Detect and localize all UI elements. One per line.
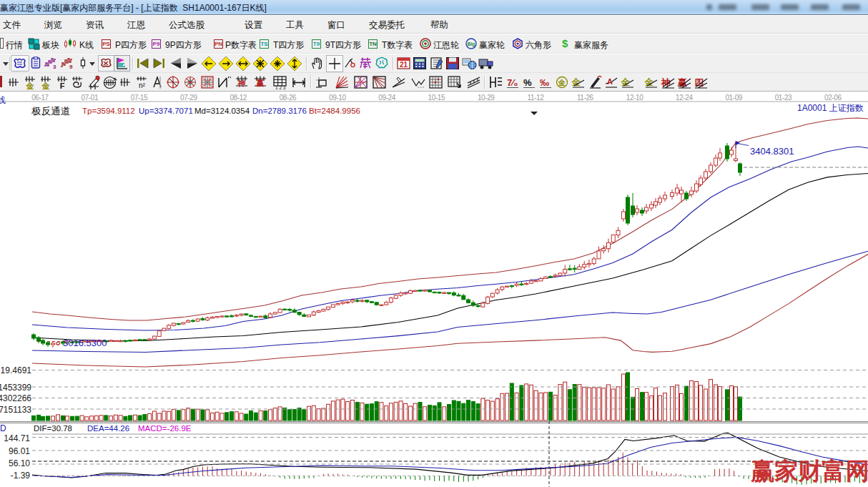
svg-text:金: 金 bbox=[26, 82, 35, 90]
svg-text:10-15: 10-15 bbox=[428, 94, 445, 102]
svg-text:08-26: 08-26 bbox=[280, 94, 297, 102]
svg-text:07-01: 07-01 bbox=[82, 94, 99, 102]
svg-text:10-29: 10-29 bbox=[478, 94, 495, 102]
svg-text:D: D bbox=[0, 423, 6, 433]
svg-text:11-12: 11-12 bbox=[528, 94, 545, 102]
svg-text:06-17: 06-17 bbox=[31, 94, 49, 102]
svg-text:金: 金 bbox=[644, 77, 654, 87]
svg-text:09-10: 09-10 bbox=[329, 94, 346, 102]
svg-text:1453399: 1453399 bbox=[0, 383, 31, 393]
svg-text:01-09: 01-09 bbox=[725, 94, 742, 102]
svg-text:DEA=44.26: DEA=44.26 bbox=[87, 424, 129, 433]
svg-text:Tp=3594.9112: Tp=3594.9112 bbox=[82, 107, 135, 115]
svg-text:7151133: 7151133 bbox=[0, 405, 31, 415]
svg-text:02-06: 02-06 bbox=[824, 94, 842, 102]
svg-text:赢家财富网: 赢家财富网 bbox=[750, 458, 868, 484]
svg-text:07-15: 07-15 bbox=[131, 94, 148, 102]
svg-text:%: % bbox=[523, 77, 532, 88]
svg-text:9: 9 bbox=[69, 64, 73, 69]
svg-text:08-12: 08-12 bbox=[230, 94, 247, 102]
svg-text:12-24: 12-24 bbox=[676, 94, 693, 102]
svg-text:1 2 3: 1 2 3 bbox=[275, 85, 286, 89]
svg-text:赢: 赢 bbox=[256, 79, 265, 87]
svg-text:144.71: 144.71 bbox=[4, 433, 30, 443]
svg-text:金: 金 bbox=[621, 77, 630, 87]
svg-text:96.01: 96.01 bbox=[9, 446, 30, 456]
svg-text:01-23: 01-23 bbox=[775, 94, 792, 102]
svg-text:56.10: 56.10 bbox=[9, 458, 30, 468]
svg-text:12-10: 12-10 bbox=[626, 94, 643, 102]
svg-text:1A0001 上证指数: 1A0001 上证指数 bbox=[797, 103, 864, 113]
svg-text:3: 3 bbox=[53, 64, 56, 69]
svg-text:Bt=2484.9956: Bt=2484.9956 bbox=[309, 107, 360, 115]
svg-text:神: 神 bbox=[237, 79, 246, 87]
svg-text:F: F bbox=[60, 82, 65, 90]
svg-text:A: A bbox=[607, 77, 613, 86]
svg-text:-1.39: -1.39 bbox=[11, 471, 31, 481]
svg-text:09-24: 09-24 bbox=[378, 94, 395, 102]
svg-text:4302266: 4302266 bbox=[0, 393, 31, 403]
svg-text:金: 金 bbox=[41, 82, 51, 90]
svg-text:3016.5300: 3016.5300 bbox=[63, 338, 107, 348]
svg-text:19.4691: 19.4691 bbox=[1, 365, 32, 375]
svg-text:Dn=2789.3176: Dn=2789.3176 bbox=[252, 107, 307, 115]
svg-text:金: 金 bbox=[571, 77, 581, 87]
svg-text:DIF=30.78: DIF=30.78 bbox=[34, 424, 72, 433]
svg-text:‰: ‰ bbox=[540, 77, 549, 88]
svg-text:Big: Big bbox=[468, 41, 475, 47]
svg-text:线: 线 bbox=[0, 95, 6, 105]
svg-text:11-26: 11-26 bbox=[577, 94, 594, 102]
svg-text:极反通道: 极反通道 bbox=[31, 106, 70, 117]
svg-text:3404.8301: 3404.8301 bbox=[750, 146, 794, 157]
svg-text:金: 金 bbox=[558, 79, 566, 87]
svg-text:Md=3124.0354: Md=3124.0354 bbox=[194, 107, 250, 115]
svg-text:07-29: 07-29 bbox=[180, 94, 197, 102]
svg-text:MACD=-26.9E: MACD=-26.9E bbox=[138, 424, 192, 433]
svg-text:21: 21 bbox=[400, 61, 408, 69]
svg-text:Up=3374.7071: Up=3374.7071 bbox=[139, 107, 193, 115]
svg-text:n²: n² bbox=[139, 82, 146, 89]
svg-text:7⁄₀: 7⁄₀ bbox=[507, 77, 518, 88]
